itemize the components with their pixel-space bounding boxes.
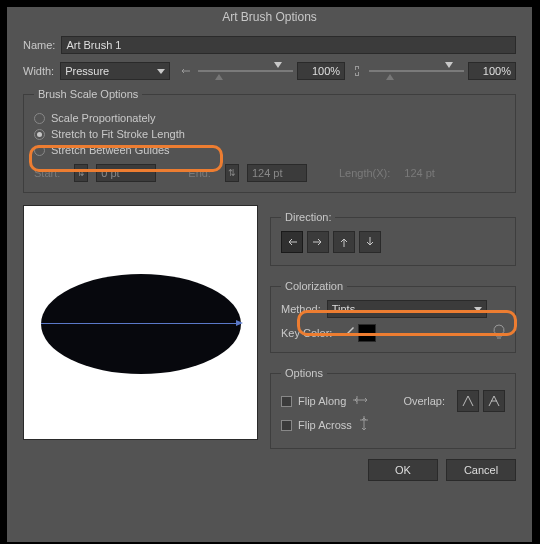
cancel-button[interactable]: Cancel [446,459,516,481]
preview-direction-arrow [41,323,241,324]
flip-across-label: Flip Across [298,419,352,431]
flip-along-checkbox[interactable] [281,396,292,407]
name-label: Name: [23,39,55,51]
end-field: 124 pt [247,164,307,182]
method-value: Tints [332,303,355,315]
caret-down-icon [157,65,165,77]
colorization-method-dropdown[interactable]: Tints [327,300,487,318]
colorization-legend: Colorization [281,280,347,292]
method-label: Method: [281,303,321,315]
svg-marker-5 [474,307,482,312]
overlap-label: Overlap: [403,395,445,407]
width-max-slider[interactable] [369,64,464,78]
end-label: End: [188,167,211,179]
flip-across-checkbox[interactable] [281,420,292,431]
link-icon[interactable] [349,63,365,79]
svg-marker-1 [274,62,282,68]
end-linker-icon: ⇅ [225,164,239,182]
width-mode-value: Pressure [65,65,109,77]
eyedropper-icon[interactable] [342,325,356,341]
radio-stretch-guides[interactable]: Stretch Between Guides [34,144,505,156]
dialog-title: Art Brush Options [7,7,532,30]
overlap-none-button[interactable] [457,390,479,412]
ok-button[interactable]: OK [368,459,438,481]
svg-marker-3 [445,62,453,68]
radio-label-proportional: Scale Proportionately [51,112,156,124]
keycolor-label: Key Color: [281,327,332,339]
direction-up-button[interactable] [333,231,355,253]
radio-label-stretch: Stretch to Fit Stroke Length [51,128,185,140]
direction-group: Direction: [270,211,516,266]
svg-marker-4 [386,74,394,80]
width-min-field[interactable]: 100% [297,62,345,80]
radio-stretch-to-fit[interactable]: Stretch to Fit Stroke Length [34,128,505,140]
svg-marker-0 [157,69,165,74]
flip-along-label: Flip Along [298,395,346,407]
options-legend: Options [281,367,327,379]
lengthx-label: Length(X): [339,167,390,179]
caret-down-icon [474,303,482,315]
width-mode-dropdown[interactable]: Pressure [60,62,170,80]
keycolor-swatch[interactable] [358,324,376,342]
direction-legend: Direction: [281,211,335,223]
brush-preview [23,205,258,440]
lengthx-value: 124 pt [404,167,435,179]
overlap-adjust-button[interactable] [483,390,505,412]
brush-scale-group: Brush Scale Options Scale Proportionatel… [23,88,516,193]
direction-left-button[interactable] [281,231,303,253]
brush-scale-legend: Brush Scale Options [34,88,142,100]
width-label: Width: [23,65,54,77]
flip-across-icon [358,415,370,435]
start-field: 0 pt [96,164,156,182]
tip-icon[interactable] [493,324,505,342]
preview-ellipse-shape [41,274,241,374]
direction-down-button[interactable] [359,231,381,253]
unlink-left-icon [178,63,194,79]
direction-right-button[interactable] [307,231,329,253]
name-input[interactable] [61,36,516,54]
start-linker-icon: ⇅ [74,164,88,182]
radio-label-guides: Stretch Between Guides [51,144,170,156]
svg-marker-2 [215,74,223,80]
colorization-group: Colorization Method: Tints Key Col [270,280,516,353]
start-label: Start: [34,167,60,179]
flip-along-icon [352,394,370,408]
width-min-slider[interactable] [198,64,293,78]
width-max-field[interactable]: 100% [468,62,516,80]
options-group: Options Flip Along Overlap: [270,367,516,449]
radio-scale-proportionately[interactable]: Scale Proportionately [34,112,505,124]
